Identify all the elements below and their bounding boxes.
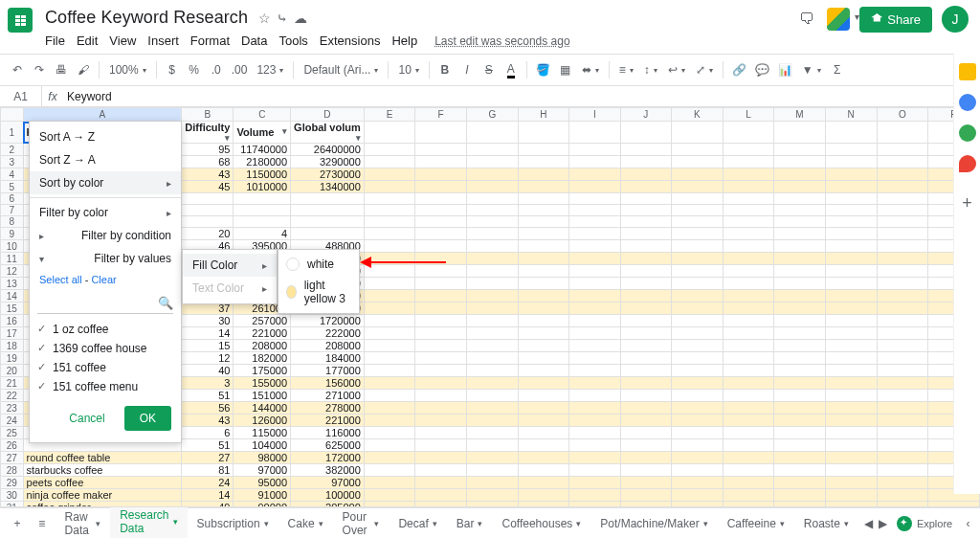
cell[interactable]: peets coffee	[23, 477, 182, 489]
menu-extensions[interactable]: Extensions	[315, 32, 386, 50]
star-icon[interactable]: ☆	[258, 11, 271, 26]
cell[interactable]: 115000	[234, 427, 291, 439]
sheets-logo[interactable]	[8, 8, 33, 33]
meet-icon[interactable]	[827, 8, 850, 31]
col-header[interactable]: N	[825, 108, 877, 122]
cell[interactable]	[182, 216, 234, 228]
cell[interactable]: 100000	[291, 489, 365, 502]
cell[interactable]: round coffee table	[23, 452, 182, 464]
row-header[interactable]: 2	[1, 144, 24, 156]
row-header[interactable]: 7	[1, 205, 24, 216]
cell[interactable]: starbucks coffee	[23, 464, 182, 477]
zoom-select[interactable]: 100%	[105, 63, 150, 77]
cell[interactable]: 14	[182, 327, 234, 340]
font-size-select[interactable]: 10	[394, 63, 422, 77]
row-header[interactable]: 30	[1, 489, 24, 502]
clear-link[interactable]: Clear	[91, 274, 116, 285]
row-header[interactable]: 9	[1, 228, 24, 240]
comments-icon[interactable]: 🗨	[796, 9, 817, 30]
cell[interactable]: 175000	[234, 365, 291, 377]
cloud-icon[interactable]: ☁	[294, 11, 307, 26]
sheet-tab[interactable]: Cake▾	[278, 503, 333, 538]
rotate-icon[interactable]: ⤢	[692, 63, 717, 77]
tabs-scroll-right-icon[interactable]: ▶	[879, 517, 887, 530]
share-button[interactable]: Share	[859, 7, 932, 33]
cell[interactable]: 1720000	[291, 315, 365, 327]
cell[interactable]: 40	[182, 365, 234, 377]
decrease-decimal-icon[interactable]: .0	[207, 58, 226, 81]
fill-color-icon[interactable]: 🪣	[533, 58, 553, 81]
merge-cells-icon[interactable]: ⬌	[578, 63, 603, 77]
paint-format-icon[interactable]: 🖌	[74, 58, 93, 81]
select-all-link[interactable]: Select all	[39, 274, 82, 285]
row-header[interactable]: 14	[1, 290, 24, 303]
italic-icon[interactable]: I	[457, 58, 477, 81]
cell[interactable]: 182000	[234, 352, 291, 365]
explore-button[interactable]: Explore	[889, 512, 960, 535]
number-format-select[interactable]: 123	[253, 63, 287, 77]
row-header[interactable]: 20	[1, 365, 24, 377]
cell[interactable]: 30	[182, 315, 234, 327]
valign-icon[interactable]: ↕	[640, 63, 661, 77]
cell[interactable]: 1340000	[291, 181, 365, 193]
redo-icon[interactable]: ↷	[30, 58, 49, 81]
cell[interactable]: 11740000	[234, 144, 291, 156]
cell[interactable]: 2730000	[291, 168, 365, 181]
cell[interactable]: 221000	[291, 415, 365, 427]
cell[interactable]: 97000	[291, 477, 365, 489]
cell[interactable]: 1150000	[234, 168, 291, 181]
sheet-tab[interactable]: Decaf▾	[389, 503, 446, 538]
row-header[interactable]: 5	[1, 181, 24, 193]
col-header[interactable]	[1, 108, 24, 122]
col-header[interactable]: I	[569, 108, 620, 122]
addons-icon[interactable]: +	[962, 193, 972, 213]
cell[interactable]: coffee grinder	[23, 502, 182, 508]
keep-icon[interactable]	[959, 63, 976, 80]
row-header[interactable]: 22	[1, 390, 24, 402]
cell[interactable]: 271000	[291, 390, 365, 402]
cell[interactable]: 1010000	[234, 181, 291, 193]
row-header[interactable]: 16	[1, 315, 24, 327]
increase-decimal-icon[interactable]: .00	[229, 58, 251, 81]
cell[interactable]: 49	[182, 502, 234, 508]
cell[interactable]: 26400000	[291, 144, 365, 156]
filter-icon[interactable]: ▼	[798, 63, 825, 77]
row-header[interactable]: 19	[1, 352, 24, 365]
row-header[interactable]: 23	[1, 402, 24, 415]
row-header[interactable]: 3	[1, 156, 24, 168]
tabs-scroll-left-icon[interactable]: ◀	[864, 517, 873, 530]
menu-view[interactable]: View	[104, 32, 141, 50]
cell[interactable]: 156000	[291, 377, 365, 390]
cell[interactable]: 68	[182, 156, 234, 168]
row-header[interactable]: 6	[1, 193, 24, 205]
strikethrough-icon[interactable]: S	[479, 58, 499, 81]
row-header[interactable]: 31	[1, 502, 24, 508]
text-color-icon[interactable]: A	[501, 58, 521, 81]
cell[interactable]: 155000	[234, 377, 291, 390]
menu-format[interactable]: Format	[186, 32, 234, 50]
cell[interactable]: 625000	[291, 439, 365, 452]
cell[interactable]: 45	[182, 181, 234, 193]
filter-by-values[interactable]: ▾Filter by values	[30, 247, 181, 270]
cell[interactable]: 208000	[291, 340, 365, 352]
sheet-tab[interactable]: Coffeehouses▾	[492, 503, 590, 538]
comment-icon[interactable]: 💬	[752, 58, 772, 81]
cell[interactable]: 43	[182, 415, 234, 427]
row-header[interactable]: 17	[1, 327, 24, 340]
col-header[interactable]: L	[723, 108, 774, 122]
doc-title[interactable]: Coffee Keyword Research	[40, 6, 253, 30]
font-select[interactable]: Default (Ari...	[300, 63, 382, 77]
cell[interactable]	[234, 205, 291, 216]
cell[interactable]: 81	[182, 464, 234, 477]
cell[interactable]: 56	[182, 402, 234, 415]
col-header[interactable]: D	[291, 108, 365, 122]
wrap-icon[interactable]: ↩	[664, 63, 689, 77]
col-header[interactable]: A	[23, 108, 182, 122]
sheet-tab[interactable]: Pour Over▾	[333, 503, 390, 538]
cell[interactable]: 3290000	[291, 156, 365, 168]
row-header[interactable]: 4	[1, 168, 24, 181]
sheet-tab[interactable]: Roaste▾	[794, 503, 858, 538]
sheet-tab[interactable]: Subscription▾	[188, 503, 278, 538]
cell[interactable]	[182, 205, 234, 216]
cell[interactable]: 126000	[234, 415, 291, 427]
